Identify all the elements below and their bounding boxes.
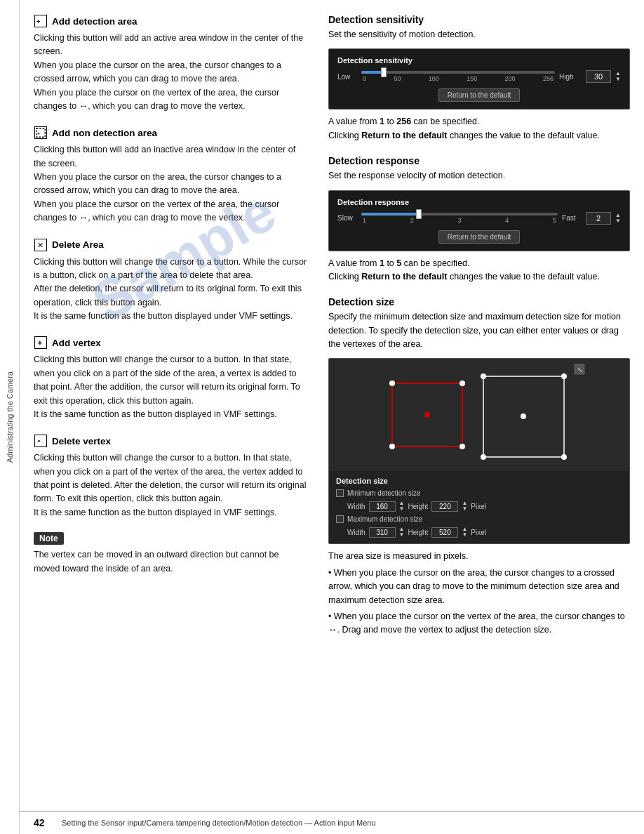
resp-max-val: 5: [396, 258, 401, 268]
max-width-spinner[interactable]: ▲ ▼: [399, 527, 405, 538]
svg-point-7: [389, 380, 395, 386]
section-header-add-vertex: + Add vertex: [34, 336, 307, 350]
detection-response-body: Set the response velocity of motion dete…: [328, 169, 630, 183]
response-value[interactable]: 2: [586, 212, 611, 225]
tick-0: 0: [363, 75, 366, 82]
sidebar: Administrating the Camera: [0, 0, 20, 834]
svg-point-8: [459, 380, 465, 386]
max-width-input[interactable]: [369, 527, 396, 538]
add-vertex-body: Clicking this button will change the cur…: [34, 353, 307, 421]
sensitivity-ticks: 0 50 100 150 200 256: [361, 75, 555, 82]
svg-point-10: [459, 444, 465, 449]
response-panel-title: Detection response: [337, 198, 621, 206]
max-height-label: Height: [408, 529, 428, 536]
detection-size-canvas: ⤡: [329, 359, 629, 471]
max-height-input[interactable]: [431, 527, 458, 538]
min-width-spinner[interactable]: ▲ ▼: [399, 501, 405, 512]
section-add-non-detection-area: + Add non detection area Clicking this b…: [34, 126, 307, 225]
section-detection-response: Detection response Set the response velo…: [328, 155, 630, 284]
resp-return-bold: Return to the default: [361, 272, 447, 282]
add-non-detection-area-body: Clicking this button will add an inactiv…: [34, 143, 307, 225]
section-detection-sensitivity: Detection sensitivity Set the sensitivit…: [328, 14, 630, 143]
min-detection-row: Minimum detection size: [336, 489, 622, 497]
detection-sensitivity-panel: Detection sensitivity Low 0: [328, 48, 630, 110]
section-add-vertex: + Add vertex Clicking this button will c…: [34, 336, 307, 421]
min-h-down[interactable]: ▼: [462, 506, 467, 512]
sensitivity-slider-track-container[interactable]: 0 50 100 150 200 256: [361, 71, 555, 82]
section-header-non-detection: + Add non detection area: [34, 126, 307, 140]
delete-area-p3: It is the same function as the button di…: [34, 311, 293, 321]
section-add-detection-area: + Add detection area Clicking this butto…: [34, 14, 307, 113]
page-footer: 42 Setting the Sensor input/Camera tampe…: [20, 811, 644, 834]
min-detection-checkbox[interactable]: [336, 489, 344, 497]
sensitivity-high-label: High: [559, 73, 582, 81]
left-column: + Add detection area Clicking this butto…: [34, 14, 307, 797]
resp-tick-3: 3: [458, 217, 462, 224]
spinner-down[interactable]: ▼: [615, 77, 621, 82]
delete-vertex-p1: Clicking this button will change the cur…: [34, 453, 306, 503]
page-number: 42: [34, 817, 55, 828]
section-header-delete-vertex: - Delete vertex: [34, 434, 307, 448]
detection-size-svg: ⤡: [329, 359, 629, 471]
section-delete-vertex: - Delete vertex Clicking this button wil…: [34, 434, 307, 519]
sidebar-label: Administrating the Camera: [6, 371, 14, 463]
non-detection-p1: Clicking this button will add an inactiv…: [34, 145, 295, 168]
section-delete-area: ✕ Delete Area Clicking this button will …: [34, 238, 307, 324]
sensitivity-spinner[interactable]: ▲ ▼: [615, 71, 621, 82]
max-width-label: Width: [347, 529, 365, 536]
section-header-add-detection: + Add detection area: [34, 14, 307, 28]
delete-area-icon: ✕: [34, 238, 48, 252]
svg-point-16: [561, 454, 567, 460]
sensitivity-value[interactable]: 30: [586, 70, 611, 83]
min-height-spinner[interactable]: ▲ ▼: [462, 501, 467, 512]
max-height-spinner[interactable]: ▲ ▼: [462, 527, 467, 538]
detection-response-title: Detection response: [328, 155, 630, 166]
resp-tick-1: 1: [363, 217, 366, 224]
sensitivity-after-text: A value from 1 to 256 can be specified. …: [328, 115, 630, 143]
sensitivity-low-label: Low: [337, 73, 357, 81]
svg-point-11: [424, 412, 430, 418]
response-slider-track: [361, 213, 558, 216]
sensitivity-default-btn[interactable]: Return to the default: [438, 88, 521, 102]
response-default-btn[interactable]: Return to the default: [438, 230, 521, 244]
min-w-down[interactable]: ▼: [399, 506, 405, 512]
two-col-layout: + Add detection area Clicking this butto…: [34, 14, 630, 797]
sens-min-val: 1: [380, 117, 384, 126]
bullet2: • When you place the cursor on the verte…: [328, 610, 630, 637]
response-slider-fill: [361, 213, 420, 216]
right-column: Detection sensitivity Set the sensitivit…: [328, 14, 630, 797]
min-height-label: Height: [408, 503, 428, 510]
min-width-input[interactable]: [369, 501, 396, 512]
max-detection-checkbox[interactable]: [336, 515, 344, 523]
resp-min-val: 1: [380, 258, 384, 268]
section-detection-size: Detection size Specify the minimum detec…: [328, 296, 630, 637]
svg-point-17: [521, 413, 526, 419]
bullet1: • When you place the cursor on the area,…: [328, 567, 630, 607]
resp-spinner-down[interactable]: ▼: [615, 218, 621, 224]
tick-50: 50: [394, 75, 401, 82]
sensitivity-panel-title: Detection sensitivity: [337, 56, 621, 65]
max-h-down[interactable]: ▼: [462, 532, 467, 538]
delete-area-p2: After the deletion, the cursor will retu…: [34, 284, 302, 307]
sensitivity-slider-row: Low 0 50 100: [337, 70, 621, 83]
add-vertex-icon: +: [34, 336, 48, 350]
detection-size-controls: Detection size Minimum detection size Wi…: [329, 471, 629, 543]
sensitivity-slider-track: [361, 71, 555, 74]
response-spinner[interactable]: ▲ ▼: [615, 213, 621, 224]
response-slider-container[interactable]: 1 2 3 4 5: [361, 213, 558, 224]
svg-text:+: +: [36, 18, 41, 25]
min-height-input[interactable]: [431, 501, 458, 512]
delete-vertex-title: Delete vertex: [52, 436, 111, 446]
svg-text:+: +: [38, 338, 43, 347]
tick-256: 256: [543, 75, 554, 82]
sensitivity-slider-thumb[interactable]: [381, 67, 387, 77]
add-detection-area-p2: When you place the cursor on the area, t…: [34, 60, 281, 84]
sensitivity-btn-row: Return to the default: [337, 88, 621, 102]
detection-size-panel: ⤡ Detection size Minimum detection size: [328, 358, 630, 544]
svg-point-13: [481, 373, 486, 379]
detection-size-after: The area size is measured in pixels. • W…: [328, 550, 630, 637]
response-slider-thumb[interactable]: [416, 209, 422, 219]
max-w-down[interactable]: ▼: [399, 532, 405, 538]
resp-tick-2: 2: [410, 217, 414, 224]
resp-tick-5: 5: [553, 217, 556, 224]
